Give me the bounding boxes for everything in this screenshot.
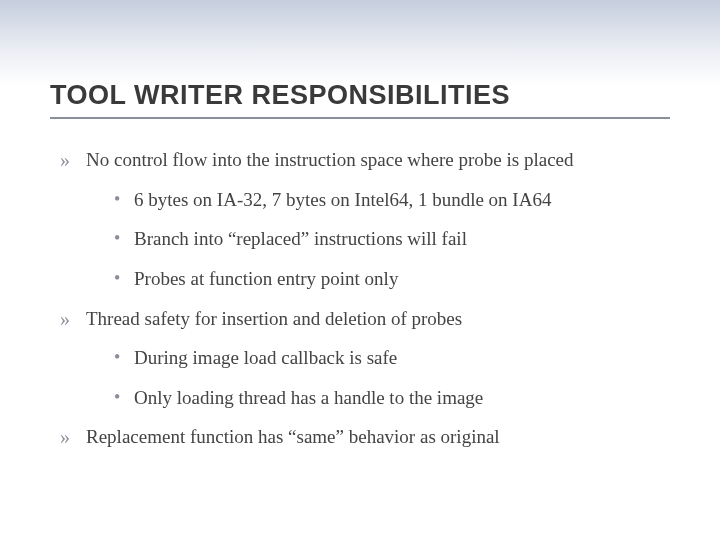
bullet-text: Thread safety for insertion and deletion… [86,308,462,329]
slide: TOOL WRITER RESPONSIBILITIES No control … [0,0,720,540]
bullet-text: Probes at function entry point only [134,268,398,289]
list-item: Thread safety for insertion and deletion… [60,306,670,411]
list-item: Branch into “replaced” instructions will… [114,226,670,252]
bullet-text: During image load callback is safe [134,347,397,368]
list-item: Only loading thread has a handle to the … [114,385,670,411]
list-item: 6 bytes on IA-32, 7 bytes on Intel64, 1 … [114,187,670,213]
slide-title: TOOL WRITER RESPONSIBILITIES [50,80,670,119]
bullet-list-level-2: During image load callback is safe Only … [114,345,670,410]
bullet-text: No control flow into the instruction spa… [86,149,574,170]
list-item: No control flow into the instruction spa… [60,147,670,292]
bullet-list-level-1: No control flow into the instruction spa… [60,147,670,450]
bullet-text: Branch into “replaced” instructions will… [134,228,467,249]
list-item: During image load callback is safe [114,345,670,371]
bullet-text: Only loading thread has a handle to the … [134,387,483,408]
bullet-text: 6 bytes on IA-32, 7 bytes on Intel64, 1 … [134,189,551,210]
bullet-text: Replacement function has “same” behavior… [86,426,500,447]
bullet-list-level-2: 6 bytes on IA-32, 7 bytes on Intel64, 1 … [114,187,670,292]
list-item: Replacement function has “same” behavior… [60,424,670,450]
list-item: Probes at function entry point only [114,266,670,292]
